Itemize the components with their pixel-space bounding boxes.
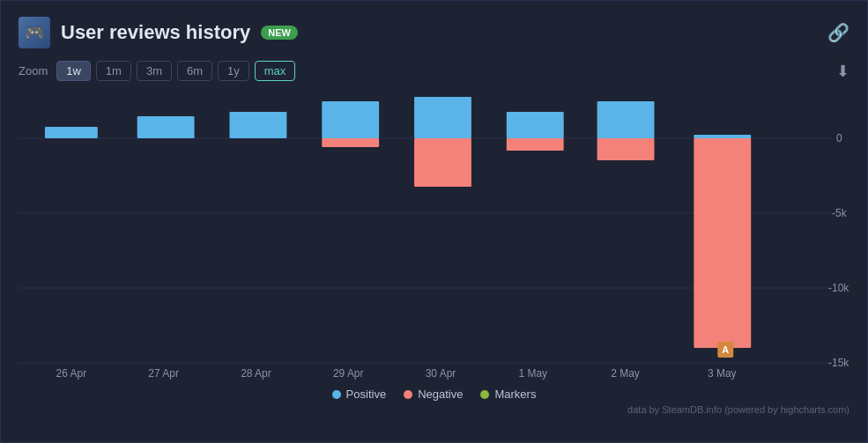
footer-text: data by SteamDB.info (powered by highcha… (627, 404, 849, 415)
download-icon[interactable]: ⬇ (836, 62, 849, 81)
bar-2may-positive (597, 101, 655, 138)
zoom-3m-button[interactable]: 3m (137, 61, 172, 81)
svg-text:-5k: -5k (832, 207, 847, 219)
legend-markers: Markers (480, 388, 536, 401)
zoom-label: Zoom (19, 64, 48, 78)
bar-29apr-negative (322, 138, 379, 147)
link-icon[interactable]: 🔗 (827, 22, 849, 43)
main-container: 🎮 User reviews history NEW 🔗 Zoom 1w 1m … (0, 0, 868, 443)
zoom-1w-button[interactable]: 1w (56, 61, 91, 81)
svg-text:0: 0 (836, 132, 842, 144)
footer: data by SteamDB.info (powered by highcha… (19, 404, 849, 415)
header-left: 🎮 User reviews history NEW (19, 17, 298, 48)
negative-dot (404, 390, 412, 399)
bar-1may-positive (507, 112, 564, 138)
svg-text:26 Apr: 26 Apr (56, 367, 87, 380)
legend: Positive Negative Markers (19, 388, 849, 401)
svg-text:3 May: 3 May (708, 367, 737, 380)
bar-29apr-positive (322, 101, 379, 138)
zoom-6m-button[interactable]: 6m (177, 61, 212, 81)
bar-3may-negative (694, 138, 751, 348)
bar-28apr-positive (229, 112, 286, 138)
positive-dot (332, 390, 341, 399)
app-icon: 🎮 (19, 17, 50, 48)
markers-label: Markers (494, 388, 536, 401)
markers-dot (480, 390, 489, 399)
zoom-1y-button[interactable]: 1y (218, 61, 249, 81)
svg-text:-10k: -10k (828, 282, 849, 294)
header: 🎮 User reviews history NEW 🔗 (19, 17, 849, 48)
bar-2may-negative (597, 138, 655, 160)
svg-text:2 May: 2 May (611, 367, 640, 380)
positive-label: Positive (346, 388, 387, 401)
negative-label: Negative (418, 388, 463, 401)
zoom-bar: Zoom 1w 1m 3m 6m 1y max ⬇ (19, 61, 849, 81)
svg-text:28 Apr: 28 Apr (241, 367, 271, 380)
bar-3may-positive (694, 135, 751, 138)
bar-1may-negative (507, 138, 564, 151)
zoom-max-button[interactable]: max (255, 61, 296, 81)
chart-area: 0 -5k -10k -15k 26 Apr 27 Apr 28 Apr 29 … (19, 90, 849, 380)
zoom-1m-button[interactable]: 1m (96, 61, 131, 81)
legend-negative: Negative (404, 388, 463, 401)
bar-30apr-negative (414, 138, 471, 187)
bar-26apr-positive (45, 127, 98, 138)
svg-text:1 May: 1 May (518, 367, 547, 380)
legend-positive: Positive (332, 388, 387, 401)
svg-text:-15k: -15k (828, 357, 849, 369)
bar-30apr-positive (414, 97, 471, 138)
svg-text:30 Apr: 30 Apr (426, 367, 456, 380)
page-title: User reviews history (61, 21, 250, 44)
chart-svg: 0 -5k -10k -15k 26 Apr 27 Apr 28 Apr 29 … (19, 90, 849, 380)
svg-text:27 Apr: 27 Apr (148, 367, 179, 380)
svg-text:29 Apr: 29 Apr (333, 367, 364, 380)
bar-27apr-positive (137, 116, 195, 138)
marker-a-label: A (722, 344, 729, 355)
new-badge: NEW (261, 26, 298, 40)
